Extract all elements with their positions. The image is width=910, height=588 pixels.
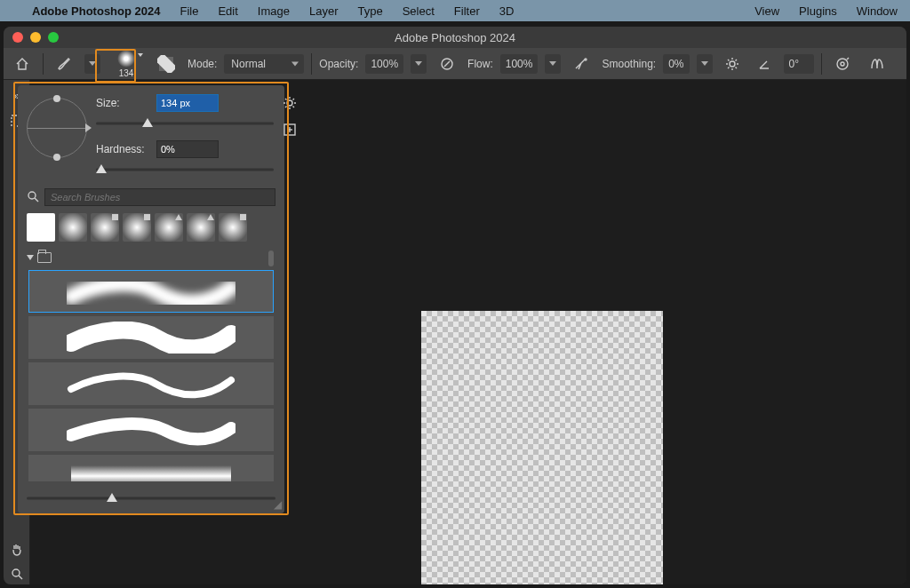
chevron-down-icon <box>27 255 34 260</box>
tool-preset-dropdown[interactable] <box>84 54 100 74</box>
smoothing-value[interactable]: 0% <box>663 54 689 74</box>
size-input[interactable] <box>156 94 219 112</box>
brush-folder-row[interactable] <box>27 249 275 266</box>
svg-point-2 <box>585 59 587 60</box>
size-slider[interactable] <box>96 117 274 130</box>
window-minimize-button[interactable] <box>30 32 41 43</box>
brush-tip-soft-round-6[interactable] <box>219 213 247 242</box>
smoothing-options-button[interactable] <box>720 52 745 76</box>
window-title: Adobe Photoshop 2024 <box>4 31 906 44</box>
home-button[interactable] <box>9 52 36 76</box>
brush-list[interactable] <box>27 249 275 481</box>
options-bar: 134 Mode: Normal Opacity: 100% Flow: 100… <box>4 48 906 80</box>
brush-angle-widget[interactable] <box>27 98 87 158</box>
brush-tip-soft-round-3[interactable] <box>123 213 151 242</box>
hardness-slider[interactable] <box>96 163 274 176</box>
angle-icon[interactable] <box>752 52 777 76</box>
brush-stroke-taper-wave[interactable] <box>28 409 274 451</box>
panel-resize-handle[interactable]: ◢ <box>274 498 282 511</box>
opacity-pressure-toggle[interactable] <box>434 52 460 76</box>
size-label: Size: <box>96 97 149 109</box>
app-name[interactable]: Adobe Photoshop 2024 <box>32 4 160 18</box>
brush-size-readout: 134 <box>119 68 134 78</box>
brush-preset-picker[interactable]: 134 <box>108 48 145 80</box>
svg-point-7 <box>12 569 20 576</box>
opacity-value[interactable]: 100% <box>365 54 403 74</box>
menu-type[interactable]: Type <box>358 4 383 18</box>
menu-image[interactable]: Image <box>258 4 290 18</box>
brush-tip-soft-round-4[interactable] <box>155 213 183 242</box>
pressure-size-toggle[interactable] <box>829 52 856 76</box>
svg-line-14 <box>35 198 38 202</box>
brush-stroke-grad-band[interactable] <box>28 455 274 481</box>
brush-tip-soft-round-2[interactable] <box>91 213 119 242</box>
hardness-input[interactable] <box>156 140 219 158</box>
tool-icon-brush[interactable] <box>51 52 77 76</box>
search-icon <box>27 190 39 205</box>
svg-line-8 <box>19 576 22 579</box>
svg-point-4 <box>837 59 848 69</box>
brush-settings-toggle[interactable] <box>152 52 180 76</box>
thumbnail-size-slider[interactable] <box>27 492 275 505</box>
brush-stroke-hard-wave[interactable] <box>28 316 274 359</box>
scrollbar-thumb[interactable] <box>268 250 274 266</box>
svg-point-5 <box>841 62 844 66</box>
menu-layer[interactable]: Layer <box>309 4 339 18</box>
mac-menubar: Adobe Photoshop 2024 File Edit Image Lay… <box>0 0 910 21</box>
brush-tip-soft-round-1[interactable] <box>59 213 87 242</box>
svg-rect-15 <box>71 465 231 481</box>
brush-preview-icon <box>117 50 135 68</box>
menu-file[interactable]: File <box>180 4 198 18</box>
angle-value[interactable]: 0° <box>784 54 814 74</box>
smoothing-dropdown[interactable] <box>697 54 713 74</box>
menu-filter[interactable]: Filter <box>454 4 480 18</box>
titlebar: Adobe Photoshop 2024 <box>4 27 906 48</box>
window-zoom-button[interactable] <box>48 32 59 43</box>
opacity-dropdown[interactable] <box>411 54 427 74</box>
brush-stroke-thin-wave[interactable] <box>28 362 274 405</box>
brush-preset-panel: Size: Hardness: <box>18 85 284 513</box>
blend-mode-value: Normal <box>231 58 266 70</box>
new-brush-preset-button[interactable] <box>283 123 297 137</box>
mode-label: Mode: <box>188 58 217 70</box>
folder-icon <box>37 252 52 263</box>
brush-tip-soft-round-5[interactable] <box>187 213 215 242</box>
smoothing-label: Smoothing: <box>602 58 656 70</box>
menu-edit[interactable]: Edit <box>218 4 237 18</box>
window-close-button[interactable] <box>12 32 23 43</box>
tool-zoom[interactable] <box>6 563 28 584</box>
brush-tip-hard-round[interactable] <box>27 213 55 242</box>
menu-3d[interactable]: 3D <box>499 4 515 18</box>
opacity-label: Opacity: <box>319 58 358 70</box>
brush-panel-options-button[interactable] <box>283 96 297 110</box>
flow-value[interactable]: 100% <box>500 54 539 74</box>
menu-view[interactable]: View <box>754 4 779 18</box>
svg-point-13 <box>28 192 36 199</box>
menu-plugins[interactable]: Plugins <box>799 4 837 18</box>
airbrush-toggle[interactable] <box>568 52 595 76</box>
menu-select[interactable]: Select <box>403 4 435 18</box>
chevron-down-icon <box>138 53 143 57</box>
search-brushes-input[interactable] <box>44 188 275 206</box>
blend-mode-dropdown[interactable]: Normal <box>224 54 304 74</box>
tool-hand[interactable] <box>6 538 28 560</box>
brush-stroke-soft-wave[interactable] <box>28 270 274 313</box>
document-canvas[interactable] <box>421 311 663 584</box>
symmetry-button[interactable] <box>863 52 891 76</box>
svg-point-9 <box>287 100 292 106</box>
brush-tip-row <box>18 210 284 249</box>
hardness-label: Hardness: <box>96 143 149 155</box>
flow-label: Flow: <box>467 58 493 70</box>
flow-dropdown[interactable] <box>545 54 561 74</box>
svg-point-3 <box>730 61 735 67</box>
menu-window[interactable]: Window <box>857 4 898 18</box>
